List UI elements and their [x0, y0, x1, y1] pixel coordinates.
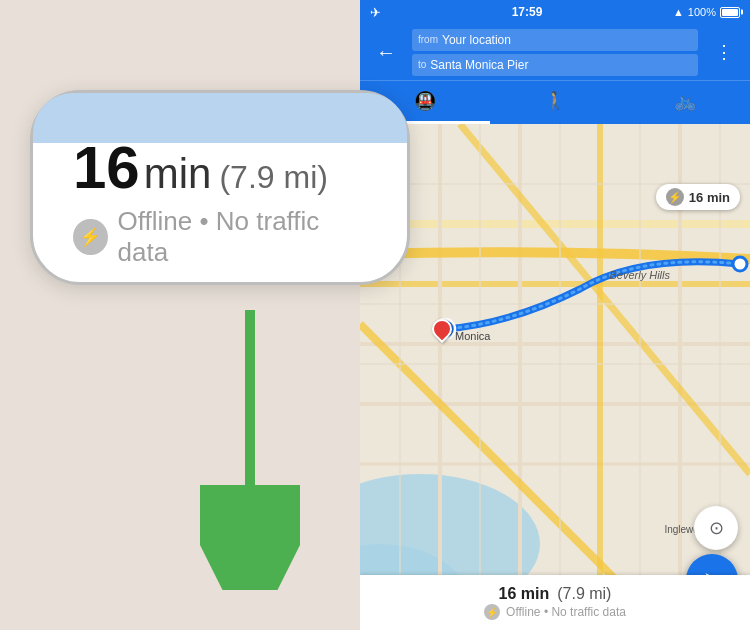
zoom-dist: (7.9 mi) — [219, 159, 327, 196]
offline-icon-bubble: ⚡ — [666, 188, 684, 206]
zoom-main-row: 16 min (7.9 mi) — [73, 138, 328, 198]
status-bar-right: ▲ 100% — [673, 6, 740, 18]
battery-percent: 100% — [688, 6, 716, 18]
map-panel: ✈ 17:59 ▲ 100% ← from Your location to S… — [360, 0, 750, 630]
tab-bike[interactable]: 🚲 — [620, 81, 750, 124]
zoom-number: 16 — [73, 138, 140, 198]
plane-mode-icon: ✈ — [370, 5, 381, 20]
from-value: Your location — [442, 33, 511, 47]
zoom-sub-row: ⚡ Offline • No traffic data — [73, 206, 367, 268]
monica-label: Monica — [455, 330, 490, 342]
from-label: from — [418, 34, 438, 45]
status-bar-left: ✈ — [370, 5, 381, 20]
pin-head — [428, 315, 456, 343]
signal-icon: ▲ — [673, 6, 684, 18]
search-fields: from Your location to Santa Monica Pier — [412, 29, 698, 76]
svg-point-23 — [733, 257, 747, 271]
bottom-dist: (7.9 mi) — [557, 585, 611, 603]
bubble-time-text: 16 min — [689, 190, 730, 205]
more-options-button[interactable]: ⋮ — [706, 34, 742, 70]
transport-tabs: 🚇 🚶 🚲 — [360, 80, 750, 124]
battery-icon — [720, 7, 740, 18]
bottom-info-strip: 16 min (7.9 mi) ⚡ Offline • No traffic d… — [360, 575, 750, 630]
beverly-hills-label: Beverly Hills — [609, 269, 670, 281]
to-value: Santa Monica Pier — [430, 58, 528, 72]
bottom-sub-text: Offline • No traffic data — [506, 605, 626, 619]
zoom-unit: min — [144, 150, 212, 198]
time-bubble: ⚡ 16 min — [656, 184, 740, 210]
destination-pin — [432, 319, 452, 339]
status-time: 17:59 — [512, 5, 543, 19]
to-field[interactable]: to Santa Monica Pier — [412, 54, 698, 76]
to-label: to — [418, 59, 426, 70]
back-button[interactable]: ← — [368, 34, 404, 70]
nav-bar: ← from Your location to Santa Monica Pie… — [360, 24, 750, 80]
zoom-card: 16 min (7.9 mi) ⚡ Offline • No traffic d… — [30, 90, 410, 285]
bottom-sub-row: ⚡ Offline • No traffic data — [484, 604, 626, 620]
map-content: Beverly Hills Monica Inglewood ⚡ 16 min … — [360, 124, 750, 630]
from-field[interactable]: from Your location — [412, 29, 698, 51]
offline-icon-small: ⚡ — [484, 604, 500, 620]
offline-icon-big: ⚡ — [73, 219, 108, 255]
green-arrow — [200, 310, 300, 594]
status-bar: ✈ 17:59 ▲ 100% — [360, 0, 750, 24]
zoom-sub-text: Offline • No traffic data — [118, 206, 367, 268]
bottom-time: 16 min — [499, 585, 550, 603]
tab-walk[interactable]: 🚶 — [490, 81, 620, 124]
location-fab[interactable]: ⊙ — [694, 506, 738, 550]
bottom-main-row: 16 min (7.9 mi) — [499, 585, 612, 603]
